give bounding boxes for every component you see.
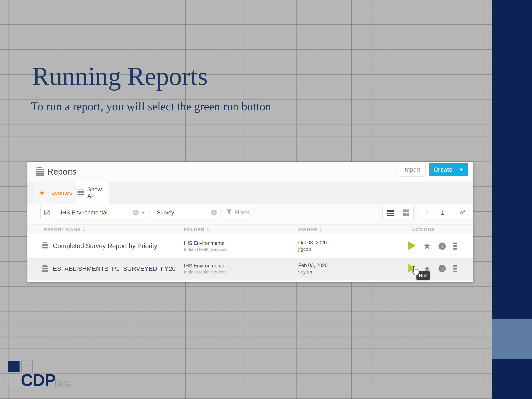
search-box: × [152, 206, 221, 219]
more-options-button[interactable] [453, 242, 457, 250]
table-row[interactable]: ESTABLISHMENTS_P1_SURVEYED_FY20 IHS Envi… [27, 258, 473, 279]
folder-cell: IHS Environmental Indian Health Services [184, 262, 228, 275]
list-icon [77, 189, 84, 196]
tab-favorites-label: Favorites [48, 190, 72, 196]
filters-button-label: Filters [235, 209, 250, 216]
grid-view-icon [403, 209, 410, 216]
info-button[interactable]: i [438, 242, 446, 250]
previous-page-button[interactable]: ‹ [420, 206, 434, 219]
favorite-star-button[interactable]: ★ [423, 242, 431, 250]
right-accent-block [492, 319, 532, 359]
hand-cursor-icon [411, 266, 420, 277]
slide-title: Running Reports [32, 62, 208, 91]
owner-user: snyder [298, 269, 328, 275]
folder-subtitle: Indian Health Services [184, 269, 228, 275]
sort-icon [83, 228, 85, 232]
report-name[interactable]: ESTABLISHMENTS_P1_SURVEYED_FY20 [53, 258, 176, 279]
folder-cell: IHS Environmental Indian Health Services [184, 240, 228, 253]
clear-folder-filter-icon[interactable]: × [133, 210, 139, 215]
view-toggle [382, 206, 414, 219]
owner-cell: Oct 08, 2020 jfgcdp [298, 239, 327, 253]
tab-show-all-label: Show All [87, 186, 109, 200]
page-count-label: of 1 [451, 206, 473, 219]
slide: Running Reports To run a report, you wil… [0, 0, 532, 399]
search-input[interactable] [152, 209, 211, 216]
logo-suffix: Inc. [55, 377, 71, 389]
logo-square-filled [8, 361, 19, 372]
owner-user: jfgcdp [298, 246, 327, 253]
column-label: FOLDER [184, 227, 204, 232]
folder-subtitle: Indian Health Services [184, 247, 228, 252]
grid-line [487, 0, 487, 399]
grid-view-button[interactable] [398, 206, 414, 219]
column-header-owner[interactable]: OWNER [298, 225, 322, 235]
filters-button[interactable]: Filters [224, 206, 252, 219]
page-number[interactable]: 1 [434, 206, 451, 219]
run-button[interactable] [408, 241, 416, 251]
chevron-left-icon: ‹ [426, 207, 429, 217]
select-mode-button[interactable] [40, 206, 54, 219]
import-button[interactable]: Import [398, 163, 425, 176]
report-icon [42, 264, 49, 273]
clear-search-icon[interactable]: × [211, 210, 217, 215]
reports-panel: Reports Import Create ★ Favorites [27, 162, 473, 282]
list-view-icon [386, 209, 394, 216]
column-header-actions: ACTIONS [412, 225, 435, 235]
funnel-icon [226, 209, 232, 216]
column-header-folder[interactable]: FOLDER [184, 225, 209, 235]
right-accent-bar [492, 0, 532, 399]
more-options-button[interactable] [453, 265, 457, 272]
owner-date: Feb 03, 2020 [298, 262, 328, 269]
logo-square-outline [8, 373, 20, 385]
sort-icon [207, 228, 209, 232]
logo-text: CDP [21, 370, 56, 390]
folder-filter-dropdown[interactable]: IHS Environmental × [56, 206, 149, 219]
folder-name: IHS Environmental [184, 240, 228, 247]
grid-line [8, 0, 9, 399]
caret-down-icon [459, 169, 463, 171]
sort-icon [319, 228, 322, 232]
column-label: ACTIONS [412, 227, 435, 232]
folder-filter-value: IHS Environmental [61, 209, 108, 216]
row-actions: ★ i [408, 234, 457, 258]
tab-favorites[interactable]: ★ Favorites [34, 182, 77, 204]
pagination: ‹ 1 of 1 [420, 206, 473, 219]
column-header-report-name[interactable]: REPORT NAME [44, 225, 85, 235]
slide-subtitle: To run a report, you will select the gre… [31, 100, 271, 113]
column-label: OWNER [298, 227, 317, 232]
column-label: REPORT NAME [44, 227, 81, 232]
report-icon [42, 242, 49, 250]
checkbox-icon [44, 209, 51, 216]
table-header: REPORT NAME FOLDER OWNER ACTIONS [27, 224, 473, 235]
owner-cell: Feb 03, 2020 snyder [298, 262, 328, 275]
reports-list-icon [35, 167, 44, 177]
create-button[interactable]: Create [429, 163, 468, 176]
info-button[interactable]: i [438, 265, 446, 272]
caret-down-icon [141, 212, 145, 214]
tab-show-all[interactable]: Show All [77, 182, 109, 204]
list-view-button[interactable] [383, 206, 398, 219]
star-icon: ★ [39, 189, 45, 197]
create-button-label: Create [434, 166, 452, 173]
tabs-bar: ★ Favorites Show All [27, 182, 473, 204]
report-name[interactable]: Completed Survey Report by Priority [53, 234, 157, 258]
table-row[interactable]: Completed Survey Report by Priority IHS … [27, 234, 473, 258]
page-title: Reports [47, 167, 76, 177]
folder-name: IHS Environmental [184, 262, 228, 269]
owner-date: Oct 08, 2020 [298, 239, 327, 246]
